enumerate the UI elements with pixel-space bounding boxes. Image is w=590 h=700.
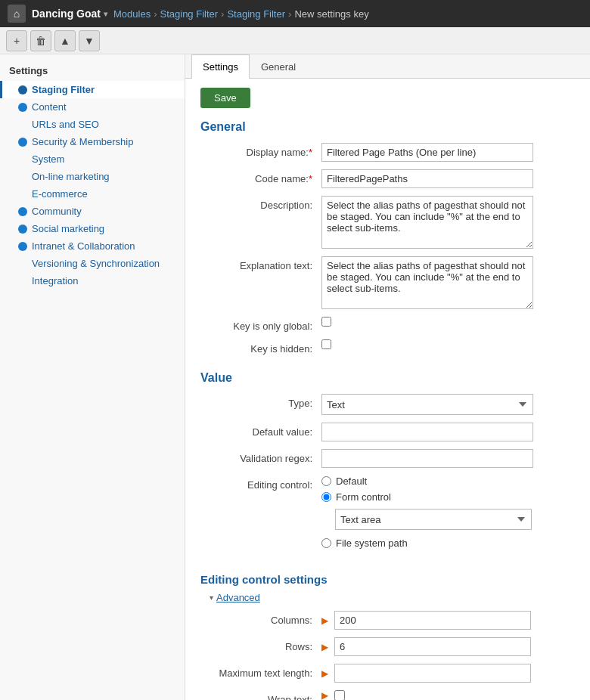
editing-control-group: Default Form control Text area Text box … xyxy=(321,475,532,549)
display-name-input[interactable] xyxy=(321,143,533,162)
tabs: Settings General xyxy=(185,54,590,79)
move-up-button[interactable]: ▲ xyxy=(54,30,76,51)
sidebar-item-community[interactable]: Community xyxy=(0,203,185,220)
key-global-row: Key is only global: xyxy=(200,317,575,332)
move-down-button[interactable]: ▼ xyxy=(79,30,100,51)
sidebar-item-ecommerce[interactable]: E-commerce xyxy=(0,185,185,203)
key-global-checkbox-container xyxy=(321,317,331,327)
validation-regex-row: Validation regex: xyxy=(200,449,575,468)
default-value-input[interactable] xyxy=(321,423,533,441)
description-row: Description: Select the alias paths of p… xyxy=(200,196,575,249)
code-name-input[interactable] xyxy=(321,169,533,188)
sidebar-item-security-membership[interactable]: Security & Membership xyxy=(0,133,185,150)
type-row: Type: Text Integer Boolean String xyxy=(200,394,575,415)
tab-settings[interactable]: Settings xyxy=(191,54,250,79)
add-button[interactable]: + xyxy=(6,30,27,51)
rows-input[interactable] xyxy=(334,637,531,656)
editing-control-filesystem-radio[interactable] xyxy=(321,538,331,548)
sidebar-item-label: URLs and SEO xyxy=(32,119,99,130)
key-global-checkbox[interactable] xyxy=(321,317,331,327)
explanation-text-textarea[interactable]: Select the alias paths of pagesthat shou… xyxy=(321,256,533,309)
max-text-length-label: Maximum text length: xyxy=(200,664,321,679)
editing-control-form-radio[interactable] xyxy=(321,492,331,502)
editing-control-filesystem-row: File system path xyxy=(321,537,532,549)
home-button[interactable]: ⌂ xyxy=(8,5,26,23)
bullet-icon xyxy=(18,207,27,216)
editing-control-default-label: Default xyxy=(336,475,367,487)
save-button[interactable]: Save xyxy=(200,88,250,108)
bullet-icon xyxy=(18,242,27,251)
type-select[interactable]: Text Integer Boolean String xyxy=(321,394,533,415)
editing-control-default-row: Default xyxy=(321,475,532,487)
columns-arrow-icon: ▶ xyxy=(321,615,328,626)
sidebar-item-social-marketing[interactable]: Social marketing xyxy=(0,220,185,237)
delete-button[interactable]: 🗑 xyxy=(30,30,51,51)
sidebar-item-label: Intranet & Collaboration xyxy=(32,240,135,252)
display-name-label: Display name:* xyxy=(200,143,321,158)
sidebar-item-label: Security & Membership xyxy=(32,136,133,147)
editing-control-default-radio[interactable] xyxy=(321,476,331,486)
topbar: ⌂ Dancing Goat ▾ Modules › Staging Filte… xyxy=(0,0,590,27)
sidebar-item-label: Social marketing xyxy=(32,223,104,234)
brand: Dancing Goat ▾ xyxy=(32,8,107,20)
max-text-length-arrow-icon: ▶ xyxy=(321,668,328,679)
max-text-length-input[interactable] xyxy=(334,664,531,683)
editing-control-settings-title: Editing control settings xyxy=(200,573,575,586)
editing-control-filesystem-label: File system path xyxy=(336,537,408,549)
sidebar-item-label: E-commerce xyxy=(32,188,88,200)
sidebar-item-intranet-collaboration[interactable]: Intranet & Collaboration xyxy=(0,237,185,255)
add-icon: + xyxy=(14,35,20,47)
breadcrumb: Modules › Staging Filter › Staging Filte… xyxy=(113,8,369,20)
key-hidden-checkbox-container xyxy=(321,339,331,349)
sidebar-item-integration[interactable]: Integration xyxy=(0,272,185,290)
bullet-icon xyxy=(18,225,27,234)
columns-input[interactable] xyxy=(334,611,531,630)
validation-regex-input[interactable] xyxy=(321,449,533,468)
sidebar-item-urls-seo[interactable]: URLs and SEO xyxy=(0,116,185,133)
sidebar-item-system[interactable]: System xyxy=(0,150,185,168)
breadcrumb-current: New settings key xyxy=(294,8,368,20)
sidebar-item-label: Integration xyxy=(32,275,78,287)
editing-control-row: Editing control: Default Form control Te… xyxy=(200,475,575,549)
value-section-title: Value xyxy=(200,371,575,385)
down-icon: ▼ xyxy=(84,35,95,47)
content-area: Settings General Save General Display na… xyxy=(185,54,590,700)
advanced-link[interactable]: Advanced xyxy=(216,592,260,603)
default-value-label: Default value: xyxy=(200,423,321,438)
brand-name: Dancing Goat xyxy=(32,8,101,20)
wrap-text-checkbox[interactable] xyxy=(334,690,345,700)
description-textarea[interactable]: Select the alias paths of pagesthat shou… xyxy=(321,196,533,249)
up-icon: ▲ xyxy=(60,35,70,47)
code-name-label: Code name:* xyxy=(200,169,321,184)
sidebar-item-label: System xyxy=(32,153,64,165)
breadcrumb-modules[interactable]: Modules xyxy=(113,8,151,20)
sidebar-item-label: Staging Filter xyxy=(32,84,95,95)
editing-control-form-row: Form control xyxy=(321,491,532,503)
general-section-title: General xyxy=(200,120,575,134)
wrap-text-row: Wrap text: ▶ xyxy=(200,690,575,700)
max-text-length-row: Maximum text length: ▶ xyxy=(200,664,575,683)
max-text-length-input-group: ▶ xyxy=(321,664,531,683)
content-body: Save General Display name:* Code name:* … xyxy=(185,79,590,700)
key-hidden-checkbox[interactable] xyxy=(321,339,331,349)
brand-caret-icon: ▾ xyxy=(104,10,107,18)
breadcrumb-sep2: › xyxy=(221,8,224,20)
main-layout: Settings Staging Filter Content URLs and… xyxy=(0,54,590,700)
columns-row: Columns: ▶ xyxy=(200,611,575,630)
columns-label: Columns: xyxy=(200,611,321,626)
sidebar-item-versioning-synchronization[interactable]: Versioning & Synchronization xyxy=(0,255,185,272)
rows-label: Rows: xyxy=(200,637,321,652)
sidebar-item-online-marketing[interactable]: On-line marketing xyxy=(0,168,185,185)
type-label: Type: xyxy=(200,394,321,409)
tab-general[interactable]: General xyxy=(250,54,307,79)
breadcrumb-sep3: › xyxy=(288,8,291,20)
sidebar-item-label: Community xyxy=(32,206,82,217)
sidebar-item-staging-filter[interactable]: Staging Filter xyxy=(0,81,185,98)
form-control-dropdown[interactable]: Text area Text box Input xyxy=(335,509,532,530)
wrap-text-arrow-icon: ▶ xyxy=(321,690,328,700)
display-name-row: Display name:* xyxy=(200,143,575,162)
sidebar-item-content[interactable]: Content xyxy=(0,98,185,116)
breadcrumb-staging-filter-2[interactable]: Staging Filter xyxy=(227,8,285,20)
key-hidden-row: Key is hidden: xyxy=(200,339,575,355)
breadcrumb-staging-filter-1[interactable]: Staging Filter xyxy=(160,8,219,20)
